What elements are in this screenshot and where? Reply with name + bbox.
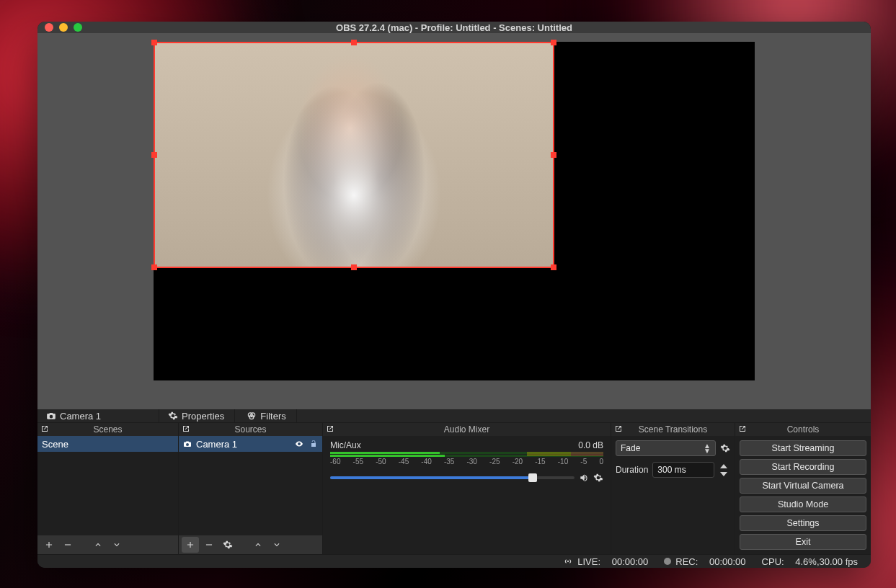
- titlebar: OBS 27.2.4 (mac) - Profile: Untitled - S…: [37, 22, 871, 33]
- scenes-list[interactable]: Scene: [37, 436, 178, 535]
- source-move-down-button[interactable]: [268, 537, 285, 553]
- source-item[interactable]: Camera 1: [179, 436, 322, 452]
- filters-label: Filters: [260, 411, 285, 422]
- channel-settings-button[interactable]: [593, 473, 603, 483]
- transition-select[interactable]: Fade ▲▼: [616, 440, 716, 456]
- sources-list[interactable]: Camera 1: [179, 436, 322, 535]
- source-move-up-button[interactable]: [249, 537, 267, 553]
- duration-label: Duration: [616, 465, 648, 475]
- plus-icon: [44, 540, 54, 550]
- start-recording-button[interactable]: Start Recording: [740, 459, 866, 475]
- record-indicator-icon: [664, 558, 671, 565]
- minus-icon: [204, 540, 214, 550]
- source-visibility-toggle[interactable]: [295, 440, 303, 448]
- remove-scene-button[interactable]: [59, 537, 76, 553]
- scenes-title: Scenes: [93, 424, 122, 435]
- status-live: LIVE: 00:00:00: [563, 556, 648, 567]
- mixer-title: Audio Mixer: [444, 424, 489, 435]
- resize-handle-bot-right[interactable]: [551, 264, 556, 270]
- start-streaming-button[interactable]: Start Streaming: [740, 440, 866, 456]
- popout-icon[interactable]: [182, 424, 190, 433]
- sources-title: Sources: [234, 424, 266, 435]
- camera-feed: [155, 43, 553, 267]
- studio-mode-button[interactable]: Studio Mode: [740, 496, 866, 512]
- camera-icon: [183, 440, 192, 448]
- resize-handle-top-mid[interactable]: [351, 40, 357, 45]
- volume-slider-thumb[interactable]: [528, 473, 537, 482]
- scene-item[interactable]: Scene: [37, 436, 178, 452]
- scenes-toolbar: [37, 535, 178, 554]
- gear-icon: [593, 473, 603, 483]
- duration-step-up[interactable]: [719, 462, 729, 470]
- filters-icon: [247, 411, 257, 421]
- preview-area: [37, 33, 871, 409]
- context-source-label: Camera 1: [60, 411, 101, 422]
- volume-slider[interactable]: [330, 476, 575, 479]
- chevron-up-icon: [253, 540, 263, 550]
- resize-handle-top-left[interactable]: [151, 40, 157, 45]
- audio-meter-ticks: -60-55-50-45-40-35-30-25-20-15-10-50: [330, 458, 603, 466]
- controls-title: Controls: [787, 424, 820, 435]
- chevron-down-icon: [112, 540, 122, 550]
- speaker-icon: [579, 473, 589, 483]
- context-source-name: Camera 1: [40, 409, 159, 422]
- start-virtual-camera-button[interactable]: Start Virtual Camera: [740, 478, 866, 494]
- popout-icon[interactable]: [326, 424, 334, 433]
- chevron-up-icon: [93, 540, 103, 550]
- mixer-channel-name: Mic/Aux: [330, 440, 361, 450]
- sources-panel: Sources Camera 1: [179, 423, 323, 554]
- plus-icon: [185, 540, 195, 550]
- remove-source-button[interactable]: [200, 537, 218, 553]
- resize-handle-bot-mid[interactable]: [351, 264, 357, 270]
- controls-header: Controls: [735, 423, 871, 436]
- source-item-label: Camera 1: [196, 439, 237, 450]
- transitions-body: Fade ▲▼ Duration 300 ms: [611, 436, 735, 554]
- duration-value: 300 ms: [657, 465, 686, 475]
- source-properties-button[interactable]: [219, 537, 236, 553]
- duration-step-down[interactable]: [719, 470, 729, 478]
- add-source-button[interactable]: [182, 537, 199, 553]
- source-lock-toggle[interactable]: [309, 440, 318, 448]
- eye-icon: [295, 440, 303, 448]
- status-bar: LIVE: 00:00:00 REC: 00:00:00 CPU: 4.6%,3…: [37, 555, 871, 568]
- gear-icon: [720, 443, 730, 453]
- scene-move-up-button[interactable]: [89, 537, 107, 553]
- resize-handle-bot-left[interactable]: [151, 264, 157, 270]
- mute-button[interactable]: [579, 473, 589, 483]
- scene-move-down-button[interactable]: [108, 537, 125, 553]
- transitions-header: Scene Transitions: [611, 423, 735, 436]
- mixer-channel-level: 0.0 dB: [578, 440, 603, 450]
- chevron-down-icon: [272, 540, 282, 550]
- audio-mixer-panel: Audio Mixer Mic/Aux 0.0 dB -60-55-50-45-…: [323, 423, 611, 554]
- minus-icon: [63, 540, 73, 550]
- resize-handle-mid-right[interactable]: [551, 152, 556, 158]
- resize-handle-mid-left[interactable]: [151, 152, 157, 158]
- properties-button[interactable]: Properties: [162, 409, 235, 422]
- scene-item-label: Scene: [42, 439, 68, 450]
- status-rec: REC: 00:00:00: [664, 556, 745, 567]
- popout-icon[interactable]: [40, 424, 49, 433]
- sources-toolbar: [179, 535, 322, 554]
- resize-handle-top-right[interactable]: [551, 40, 556, 45]
- rec-time: 00:00:00: [709, 556, 746, 567]
- popout-icon[interactable]: [614, 424, 623, 433]
- broadcast-icon: [563, 556, 573, 566]
- exit-button[interactable]: Exit: [740, 534, 866, 550]
- lock-open-icon: [309, 440, 318, 448]
- add-scene-button[interactable]: [40, 537, 58, 553]
- status-cpu: CPU: 4.6%,30.00 fps: [762, 556, 858, 567]
- preview-canvas[interactable]: [154, 42, 755, 380]
- duration-input[interactable]: 300 ms: [652, 462, 714, 478]
- transition-select-value: Fade: [621, 443, 640, 453]
- settings-button[interactable]: Settings: [740, 515, 866, 531]
- controls-panel: Controls Start Streaming Start Recording…: [735, 423, 871, 554]
- transitions-title: Scene Transitions: [639, 424, 707, 435]
- transition-settings-button[interactable]: [720, 443, 730, 453]
- source-selection-box[interactable]: [154, 42, 554, 268]
- mixer-header: Audio Mixer: [323, 423, 611, 436]
- gear-icon: [223, 540, 233, 550]
- popout-icon[interactable]: [738, 424, 747, 433]
- window-title: OBS 27.2.4 (mac) - Profile: Untitled - S…: [37, 22, 871, 33]
- filters-button[interactable]: Filters: [241, 409, 296, 422]
- mixer-body: Mic/Aux 0.0 dB -60-55-50-45-40-35-30-25-…: [323, 436, 611, 554]
